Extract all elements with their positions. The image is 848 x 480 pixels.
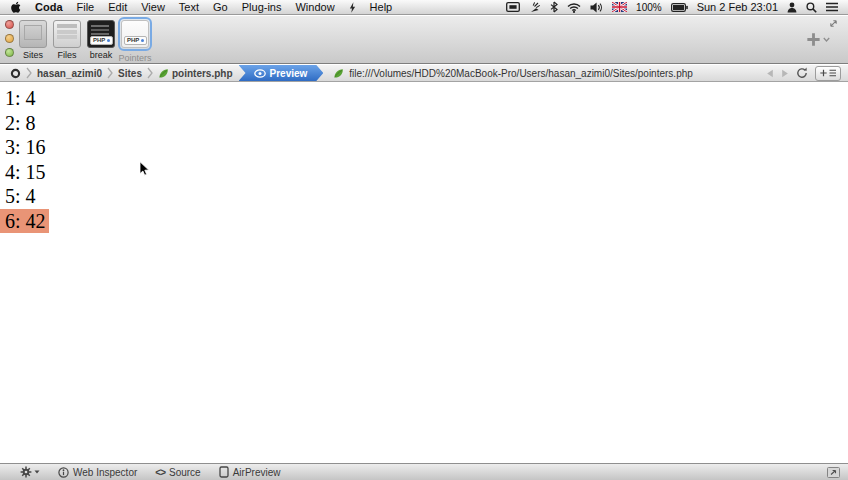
source-button[interactable]: <> Source xyxy=(155,467,200,478)
user-icon[interactable] xyxy=(787,2,797,13)
output-line: 4: 15 xyxy=(0,160,848,185)
eye-icon xyxy=(254,69,266,78)
badge-dot xyxy=(107,39,110,42)
preview-nav-controls xyxy=(766,66,848,81)
breadcrumb-folder[interactable]: Sites xyxy=(114,68,146,79)
window-toolbar: Sites Files PHP break PHP xyxy=(0,16,848,64)
minimize-button[interactable] xyxy=(5,34,14,43)
tab-preview-label: Preview xyxy=(270,68,308,79)
source-label: Source xyxy=(169,467,201,478)
php-document-icon: PHP xyxy=(121,20,149,48)
output-line: 5: 4 xyxy=(0,184,848,209)
toolbar-items: Sites Files PHP break PHP xyxy=(16,18,152,63)
toolbar-item-files[interactable]: Files xyxy=(50,18,84,63)
toolbar-item-label: Pointers xyxy=(118,53,151,63)
menu-clock[interactable]: Sun 2 Feb 23:01 xyxy=(697,1,778,13)
script-menu-icon[interactable] xyxy=(349,2,356,13)
close-button[interactable] xyxy=(5,20,14,29)
traffic-lights xyxy=(5,20,14,57)
toolbar-item-sites[interactable]: Sites xyxy=(16,18,50,63)
breadcrumb-site[interactable]: hasan_azimi0 xyxy=(33,68,106,79)
forward-button[interactable] xyxy=(781,69,789,78)
menu-view[interactable]: View xyxy=(141,1,165,13)
mouse-cursor xyxy=(139,161,150,177)
menu-go[interactable]: Go xyxy=(213,1,228,13)
airpreview-label: AirPreview xyxy=(233,467,281,478)
menu-text[interactable]: Text xyxy=(179,1,199,13)
site-root-icon[interactable] xyxy=(6,68,25,79)
php-leaf-icon xyxy=(333,68,344,79)
php-badge: PHP xyxy=(90,36,113,45)
php-document-icon: PHP xyxy=(87,20,115,48)
url-text: file:///Volumes/HDD%20MacBook-Pro/Users/… xyxy=(349,68,693,79)
files-icon xyxy=(53,20,81,48)
chevron-down-icon xyxy=(34,470,40,474)
breadcrumb-separator-icon xyxy=(107,67,113,79)
settings-gear-button[interactable] xyxy=(20,466,40,478)
sites-icon xyxy=(19,20,47,48)
menu-window[interactable]: Window xyxy=(295,1,334,13)
add-bookmark-button[interactable] xyxy=(815,66,841,81)
output-line: 3: 16 xyxy=(0,135,848,160)
apple-menu-icon[interactable] xyxy=(10,1,21,14)
battery-percent-label: 100% xyxy=(636,2,662,13)
screen: Coda File Edit View Text Go Plug-ins Win… xyxy=(0,0,848,480)
volume-icon[interactable] xyxy=(590,2,603,13)
breadcrumb-file[interactable]: pointers.php xyxy=(154,68,237,79)
path-bar: hasan_azimi0 Sites pointers.php Preview … xyxy=(0,65,848,82)
menu-plugins[interactable]: Plug-ins xyxy=(242,1,282,13)
breadcrumb-file-label: pointers.php xyxy=(172,68,233,79)
gear-icon xyxy=(20,466,32,478)
web-inspector-button[interactable]: Web Inspector xyxy=(58,467,137,478)
web-inspector-label: Web Inspector xyxy=(73,467,137,478)
php-leaf-icon xyxy=(158,68,169,79)
breadcrumb-separator-icon xyxy=(147,67,153,79)
toolbar-expand-icon[interactable] xyxy=(829,19,838,28)
airpreview-button[interactable]: AirPreview xyxy=(219,466,281,478)
status-bar: Web Inspector <> Source AirPreview xyxy=(0,463,848,480)
preview-content: 1: 4 2: 8 3: 16 4: 15 5: 4 6: 42 xyxy=(0,82,848,467)
breadcrumb-separator-icon xyxy=(26,67,32,79)
badge-dot xyxy=(141,39,144,42)
notification-center-icon[interactable] xyxy=(826,2,838,12)
selection-ring: PHP xyxy=(118,17,152,51)
tab-preview[interactable]: Preview xyxy=(239,65,324,81)
output-line-highlighted: 6: 42 xyxy=(0,209,848,234)
open-in-window-button[interactable] xyxy=(827,467,840,478)
toolbar-item-label: break xyxy=(90,50,113,60)
toolbar-item-pointers[interactable]: PHP Pointers xyxy=(118,18,152,63)
toolbar-item-label: Files xyxy=(57,50,76,60)
wireless-broadcast-icon[interactable] xyxy=(529,2,541,13)
code-brackets-icon: <> xyxy=(155,467,165,478)
battery-icon[interactable] xyxy=(671,3,688,12)
keyboard-layout-flag-icon[interactable] xyxy=(612,2,627,12)
menu-coda[interactable]: Coda xyxy=(35,1,63,13)
menu-status-area: 100% Sun 2 Feb 23:01 xyxy=(506,1,838,13)
spotlight-search-icon[interactable] xyxy=(806,2,817,13)
menu-edit[interactable]: Edit xyxy=(108,1,127,13)
toolbar-item-break[interactable]: PHP break xyxy=(84,18,118,63)
back-button[interactable] xyxy=(766,69,774,78)
wifi-icon[interactable] xyxy=(567,2,581,13)
bluetooth-icon[interactable] xyxy=(550,1,558,13)
php-badge: PHP xyxy=(124,36,147,45)
display-mirroring-icon[interactable] xyxy=(506,2,520,12)
refresh-button[interactable] xyxy=(796,67,808,79)
menu-help[interactable]: Help xyxy=(370,1,393,13)
output-line: 1: 4 xyxy=(0,86,848,111)
add-tab-button[interactable] xyxy=(805,31,830,48)
menu-bar: Coda File Edit View Text Go Plug-ins Win… xyxy=(0,0,848,15)
info-circle-icon xyxy=(58,467,69,478)
zoom-button[interactable] xyxy=(5,48,14,57)
toolbar-item-label: Sites xyxy=(23,50,43,60)
menu-file[interactable]: File xyxy=(77,1,95,13)
device-screen-icon xyxy=(219,466,229,478)
chevron-down-icon xyxy=(823,37,830,42)
url-field[interactable]: file:///Volumes/HDD%20MacBook-Pro/Users/… xyxy=(333,68,693,79)
output-line: 2: 8 xyxy=(0,111,848,136)
